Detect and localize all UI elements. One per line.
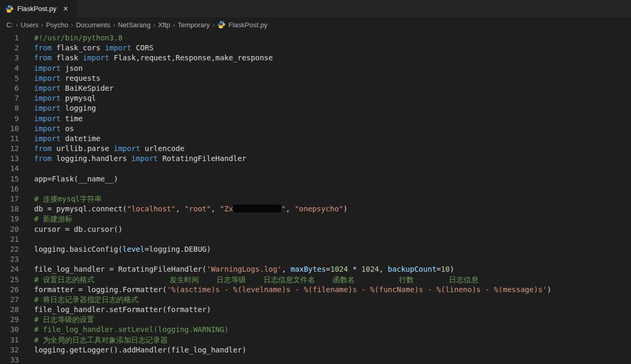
code-line[interactable]: 9import time [0,114,631,124]
plain-token: file_log_handler = RotatingFileHandler( [34,265,207,273]
code-line[interactable]: 27# 将日志记录器指定日志的格式 [0,295,631,305]
line-number[interactable]: 22 [0,244,24,254]
line-number[interactable]: 13 [0,154,24,164]
python-icon [5,5,14,13]
code-line[interactable]: 7import pymysql [0,93,631,103]
code-line[interactable]: 29# 日志等级的设置 [0,315,631,325]
code-line[interactable]: 11import datetime [0,134,631,144]
line-number[interactable]: 11 [0,134,24,144]
line-number[interactable]: 26 [0,285,24,295]
line-number[interactable]: 8 [0,103,24,113]
code-line[interactable]: 24file_log_handler = RotatingFileHandler… [0,264,631,274]
string-token: "Zx [220,205,233,213]
code-line[interactable]: 4import json [0,63,631,73]
line-content: # 日志等级的设置 [24,315,94,325]
code-line[interactable]: 3from flask import Flask,request,Respons… [0,53,631,63]
comment-token: # 日志等级的设置 [34,315,94,324]
code-line[interactable]: 6import BaiKeSpider [0,83,631,93]
close-icon[interactable]: × [63,5,68,13]
code-line[interactable]: 16 [0,184,631,194]
line-content: # 为全局的日志工具对象添加日志记录器 [24,335,168,345]
line-number[interactable]: 18 [0,204,24,214]
line-number[interactable]: 7 [0,93,24,103]
plain-token: RotatingFileHandler [158,154,247,163]
line-number[interactable]: 16 [0,184,24,194]
code-line[interactable]: 33 [0,355,631,364]
comment-token: # file_log_handler.setLevel(logging.WARN… [34,325,229,334]
keyword-token: import [34,114,61,123]
breadcrumb-item[interactable]: Xftp [157,21,171,29]
code-line[interactable]: 25# 设置日志的格式 发生时间 日志等级 日志信息文件名 函数名 行数 日志信… [0,275,631,285]
code-line[interactable]: 2from flask_cors import CORS [0,43,631,53]
number-token: 10 [441,265,450,273]
code-line[interactable]: 26formatter = logging.Formatter('%(ascti… [0,285,631,295]
line-number[interactable]: 5 [0,73,24,83]
line-number[interactable]: 14 [0,164,24,174]
plain-token: os [61,124,74,133]
line-number[interactable]: 33 [0,355,24,364]
line-number[interactable]: 17 [0,194,24,204]
breadcrumb-item[interactable]: Users [19,21,39,29]
breadcrumb-separator: › [70,21,73,29]
code-line[interactable]: 12from urllib.parse import urlencode [0,144,631,154]
line-number[interactable]: 15 [0,174,24,184]
line-number[interactable]: 23 [0,254,24,264]
line-number[interactable]: 32 [0,345,24,355]
code-line[interactable]: 17# 连接mysql字符串 [0,194,631,204]
line-content: from flask import Flask,request,Response… [24,53,273,63]
line-number[interactable]: 4 [0,63,24,73]
keyword-token: from [34,144,52,153]
line-number[interactable]: 12 [0,144,24,154]
line-number[interactable]: 30 [0,325,24,335]
line-number[interactable]: 19 [0,214,24,224]
line-number[interactable]: 6 [0,83,24,93]
code-line[interactable]: 31# 为全局的日志工具对象添加日志记录器 [0,335,631,345]
line-number[interactable]: 1 [0,33,24,43]
plain-token: , [211,205,220,213]
plain-token: urlencode [140,144,184,153]
keyword-token: import [34,104,61,112]
line-number[interactable]: 25 [0,275,24,285]
line-number[interactable]: 27 [0,295,24,305]
code-line[interactable]: 23 [0,254,631,264]
code-editor[interactable]: 1#!/usr/bin/python3.82from flask_cors im… [0,32,631,364]
breadcrumb-file[interactable]: FlaskPost.py [216,20,268,29]
breadcrumb-file-label: FlaskPost.py [228,21,267,29]
code-line[interactable]: 10import os [0,124,631,134]
code-line[interactable]: 28file_log_handler.setFormatter(formatte… [0,305,631,315]
line-number[interactable]: 31 [0,335,24,345]
plain-token: ) [343,205,347,213]
line-number[interactable]: 2 [0,43,24,53]
line-content: #!/usr/bin/python3.8 [24,33,123,43]
breadcrumb-item[interactable]: Documents [75,21,112,29]
line-number[interactable]: 9 [0,114,24,124]
line-number[interactable]: 3 [0,53,24,63]
code-line[interactable]: 30# file_log_handler.setLevel(logging.WA… [0,325,631,335]
code-line[interactable]: 8import logging [0,103,631,113]
code-line[interactable]: 19# 新建游标 [0,214,631,224]
line-number[interactable]: 29 [0,315,24,325]
code-line[interactable]: 32logging.getLogger().addHandler(file_lo… [0,345,631,355]
breadcrumb-item[interactable]: Psycho [45,21,70,29]
code-line[interactable]: 18db = pymysql.connect("localhost", "roo… [0,204,631,214]
code-line[interactable]: 22logging.basicConfig(level=logging.DEBU… [0,244,631,254]
tab-flaskpost[interactable]: FlaskPost.py × [0,0,78,17]
code-line[interactable]: 21 [0,234,631,244]
code-line[interactable]: 20cursor = db.cursor() [0,224,631,234]
breadcrumb-item[interactable]: Temporary [177,21,211,29]
line-number[interactable]: 21 [0,234,24,244]
line-number[interactable]: 20 [0,224,24,234]
code-line[interactable]: 15app=Flask(__name__) [0,174,631,184]
code-line[interactable]: 14 [0,164,631,174]
code-line[interactable]: 5import requests [0,73,631,83]
keyword-token: import [131,154,158,163]
code-line[interactable]: 13from logging.handlers import RotatingF… [0,154,631,164]
line-number[interactable]: 28 [0,305,24,315]
plain-token: pymysql [61,94,96,102]
code-line[interactable]: 1#!/usr/bin/python3.8 [0,33,631,43]
plain-token: BaiKeSpider [61,84,114,92]
breadcrumb-item[interactable]: C: [5,21,14,29]
breadcrumb-item[interactable]: NetSarang [117,21,152,29]
line-number[interactable]: 10 [0,124,24,134]
line-number[interactable]: 24 [0,264,24,274]
